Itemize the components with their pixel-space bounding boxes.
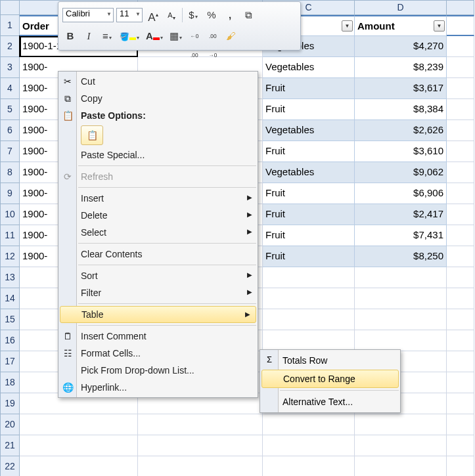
shrink-font-button[interactable]: A▾	[164, 7, 179, 23]
menu-hyperlink[interactable]: 🌐 Hyperlink...	[58, 379, 258, 396]
cell[interactable]	[447, 288, 474, 309]
cell[interactable]	[447, 351, 474, 372]
cell[interactable]: $3,610	[355, 141, 447, 162]
cell[interactable]	[355, 456, 447, 476]
cell[interactable]: Fruit	[263, 78, 355, 99]
cell[interactable]	[447, 435, 474, 456]
cell[interactable]: Fruit	[263, 141, 355, 162]
menu-pick-from-list[interactable]: Pick From Drop-down List...	[58, 362, 258, 379]
accounting-format-button[interactable]: $	[185, 7, 201, 23]
cell[interactable]: $8,239	[355, 57, 447, 78]
cell[interactable]	[447, 57, 474, 78]
submenu-convert-to-range[interactable]: Convert to Range	[261, 370, 399, 388]
comma-format-button[interactable]: ,	[222, 7, 238, 23]
cell[interactable]: $6,906	[355, 183, 447, 204]
cell[interactable]	[447, 456, 474, 476]
grow-font-button[interactable]: A▴	[145, 7, 161, 23]
cell[interactable]	[20, 414, 138, 435]
cell[interactable]	[447, 309, 474, 330]
cell[interactable]: $9,062	[355, 162, 447, 183]
row-header[interactable]: 15	[0, 309, 20, 330]
increase-decimal-button[interactable]: ←0.00	[187, 28, 202, 44]
cell[interactable]	[263, 435, 355, 456]
cell[interactable]: $4,270	[355, 36, 447, 57]
row-header[interactable]: 3	[0, 57, 20, 78]
menu-copy[interactable]: ⧉ Copy	[58, 90, 258, 107]
percent-format-button[interactable]: %	[204, 7, 219, 23]
menu-cut[interactable]: ✂ Cut	[58, 73, 258, 90]
row-header[interactable]: 17	[0, 351, 20, 372]
row-header[interactable]: 20	[0, 414, 20, 435]
row-header[interactable]: 4	[0, 78, 20, 99]
filter-drop-icon[interactable]: ▼	[434, 20, 445, 32]
cell[interactable]	[447, 120, 474, 141]
cell[interactable]	[447, 246, 474, 267]
cell[interactable]	[263, 288, 355, 309]
cell[interactable]	[138, 414, 263, 435]
cell[interactable]	[20, 456, 138, 476]
menu-format-cells[interactable]: ☷ Format Cells...	[58, 345, 258, 362]
cell[interactable]	[447, 372, 474, 393]
cell[interactable]	[355, 267, 447, 288]
menu-paste-special[interactable]: Paste Special...	[58, 146, 258, 163]
cell[interactable]: Vegetables	[263, 120, 355, 141]
format-cells-dialog-button[interactable]: ⧉	[240, 7, 256, 23]
cell[interactable]	[447, 414, 474, 435]
cell[interactable]	[447, 141, 474, 162]
cell[interactable]	[20, 435, 138, 456]
submenu-alternative-text[interactable]: Alternative Text...	[260, 393, 400, 411]
cell[interactable]: $3,617	[355, 78, 447, 99]
row-header[interactable]: 21	[0, 435, 20, 456]
cell[interactable]	[355, 414, 447, 435]
row-header[interactable]: 11	[0, 225, 20, 246]
menu-delete[interactable]: Delete ▶	[58, 207, 258, 224]
cell[interactable]	[447, 225, 474, 246]
cell[interactable]	[263, 456, 355, 476]
cell[interactable]	[447, 183, 474, 204]
cell[interactable]	[263, 414, 355, 435]
font-family-selector[interactable]: Calibri ▼	[62, 8, 114, 22]
row-header[interactable]: 5	[0, 99, 20, 120]
row-header[interactable]: 12	[0, 246, 20, 267]
fill-color-button[interactable]: 🪣	[118, 28, 141, 44]
row-header[interactable]: 9	[0, 183, 20, 204]
cell[interactable]: $7,431	[355, 225, 447, 246]
menu-insert-comment[interactable]: 🗒 Insert Comment	[58, 328, 258, 345]
row-header[interactable]: 18	[0, 372, 20, 393]
cell[interactable]: Fruit	[263, 225, 355, 246]
cell[interactable]	[447, 99, 474, 120]
row-header[interactable]: 6	[0, 120, 20, 141]
cell[interactable]	[263, 309, 355, 330]
cell[interactable]	[355, 288, 447, 309]
align-center-button[interactable]: ≡	[99, 28, 115, 44]
cell[interactable]: Fruit	[263, 246, 355, 267]
font-color-button[interactable]: A	[144, 28, 165, 44]
cell[interactable]: $2,626	[355, 120, 447, 141]
cell[interactable]	[355, 330, 447, 351]
cell[interactable]	[447, 36, 474, 57]
row-header[interactable]: 7	[0, 141, 20, 162]
cell[interactable]	[447, 15, 474, 36]
cell[interactable]	[355, 435, 447, 456]
cell[interactable]: $8,250	[355, 246, 447, 267]
cell[interactable]	[138, 435, 263, 456]
cell[interactable]	[447, 204, 474, 225]
cell[interactable]: Fruit	[263, 183, 355, 204]
row-header[interactable]: 19	[0, 393, 20, 414]
menu-table[interactable]: Table ▶	[60, 306, 256, 323]
table-header-cell[interactable]: Amount▼	[355, 15, 447, 36]
row-header[interactable]: 22	[0, 456, 20, 476]
cell[interactable]	[447, 330, 474, 351]
col-header-e[interactable]	[447, 0, 474, 15]
cell[interactable]	[263, 330, 355, 351]
decrease-decimal-button[interactable]: .00→0	[205, 28, 221, 44]
filter-drop-icon[interactable]: ▼	[342, 20, 353, 32]
cell[interactable]: Fruit	[263, 204, 355, 225]
menu-filter[interactable]: Filter ▶	[58, 284, 258, 301]
cell[interactable]: Vegetables	[263, 57, 355, 78]
font-size-selector[interactable]: 11 ▼	[116, 8, 143, 22]
row-header[interactable]: 16	[0, 330, 20, 351]
cell[interactable]: Fruit	[263, 99, 355, 120]
cell[interactable]	[447, 78, 474, 99]
row-header[interactable]: 1	[0, 15, 20, 36]
